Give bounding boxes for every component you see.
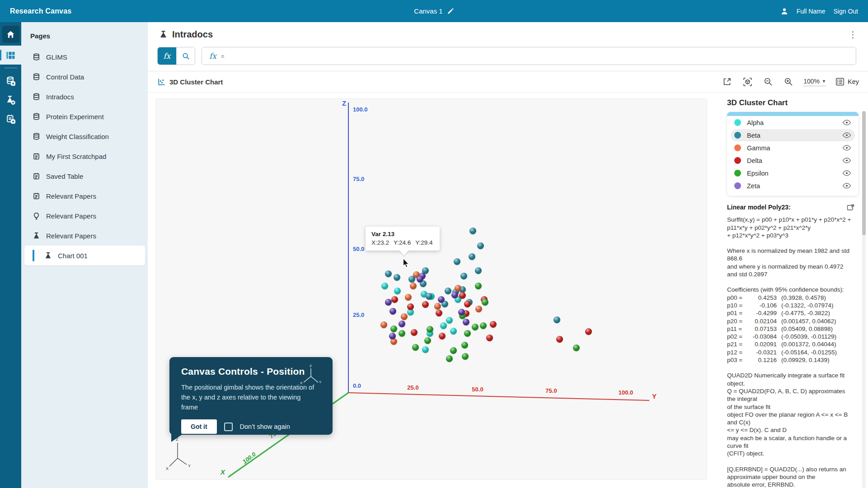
data-point-zeta[interactable] (463, 319, 469, 325)
sidebar-item-control-data[interactable]: Control Data (21, 67, 148, 87)
legend-row-alpha[interactable]: Alpha (731, 116, 855, 129)
rail-item-add-experiment[interactable] (0, 90, 21, 109)
visibility-eye-icon[interactable] (842, 170, 851, 176)
data-point-delta[interactable] (490, 321, 497, 328)
data-point-zeta[interactable] (417, 276, 423, 283)
reset-view-button[interactable] (742, 76, 753, 88)
data-point-delta[interactable] (556, 336, 563, 343)
data-point-alpha[interactable] (394, 288, 401, 294)
data-point-epsilon[interactable] (475, 283, 482, 289)
data-point-beta[interactable] (426, 293, 432, 300)
sidebar-item-protein-experiment[interactable]: Protein Experiment (21, 107, 148, 126)
data-point-beta[interactable] (475, 267, 482, 274)
data-point-beta[interactable] (445, 288, 451, 294)
visibility-eye-icon[interactable] (842, 132, 851, 138)
data-point-zeta[interactable] (451, 292, 458, 298)
data-point-epsilon[interactable] (446, 355, 453, 362)
sidebar-item-intradocs[interactable]: Intradocs (21, 87, 148, 107)
rail-item-add-database[interactable] (0, 71, 21, 90)
data-point-gamma[interactable] (410, 283, 417, 289)
data-point-alpha[interactable] (440, 322, 447, 329)
data-point-epsilon[interactable] (399, 330, 405, 337)
data-point-delta[interactable] (407, 303, 414, 310)
data-point-gamma[interactable] (380, 321, 387, 328)
data-point-gamma[interactable] (475, 306, 482, 312)
data-point-beta[interactable] (554, 316, 560, 323)
visibility-eye-icon[interactable] (842, 183, 851, 189)
data-point-alpha[interactable] (446, 317, 453, 324)
data-point-epsilon[interactable] (472, 324, 479, 330)
user-icon[interactable] (780, 7, 788, 15)
data-point-alpha[interactable] (381, 283, 388, 289)
rail-item-home[interactable] (2, 26, 19, 43)
data-point-delta[interactable] (459, 292, 466, 299)
key-toggle-button[interactable]: Key (835, 78, 859, 86)
data-point-zeta[interactable] (389, 333, 396, 339)
legend-row-gamma[interactable]: Gamma (731, 142, 855, 154)
data-point-delta[interactable] (436, 310, 442, 316)
data-point-delta[interactable] (391, 296, 398, 303)
data-point-gamma[interactable] (405, 294, 412, 301)
sidebar-item-relevant-papers[interactable]: Relevant Papers (21, 226, 148, 246)
data-point-epsilon[interactable] (424, 337, 431, 344)
data-point-delta[interactable] (486, 335, 493, 341)
legend-row-zeta[interactable]: Zeta (731, 180, 855, 192)
expand-button[interactable] (722, 76, 732, 87)
data-point-epsilon[interactable] (480, 322, 487, 329)
data-point-delta[interactable] (585, 328, 592, 335)
data-point-zeta[interactable] (438, 296, 445, 303)
rail-item-pages[interactable] (0, 46, 21, 65)
open-in-new-icon[interactable] (847, 204, 854, 211)
data-point-beta[interactable] (469, 253, 475, 260)
data-point-beta[interactable] (394, 274, 400, 281)
formula-input[interactable]: fx = (202, 47, 856, 65)
sign-out-link[interactable]: Sign Out (834, 8, 858, 15)
sidebar-item-relevant-papers[interactable]: Relevant Papers (21, 186, 148, 206)
sidebar-item-weight-classification[interactable]: Weight Classification (21, 126, 148, 146)
zoom-out-button[interactable] (763, 76, 774, 87)
visibility-eye-icon[interactable] (842, 145, 851, 151)
rail-item-add-notes[interactable] (0, 109, 21, 128)
data-point-alpha[interactable] (422, 346, 429, 353)
sidebar-item-relevant-papers[interactable]: Relevant Papers (21, 206, 148, 226)
sidebar-item-chart-001[interactable]: Chart 001 (24, 246, 145, 265)
data-point-epsilon[interactable] (573, 344, 580, 351)
legend-row-beta[interactable]: Beta (731, 129, 855, 141)
sidebar-item-glims[interactable]: GLIMS (21, 47, 148, 67)
data-point-epsilon[interactable] (462, 353, 469, 360)
data-point-beta[interactable] (477, 242, 484, 249)
data-point-beta[interactable] (385, 270, 392, 277)
data-point-epsilon[interactable] (412, 344, 419, 351)
visibility-eye-icon[interactable] (842, 158, 851, 163)
data-point-gamma[interactable] (455, 285, 461, 292)
data-point-zeta[interactable] (385, 299, 392, 306)
position-gimbal[interactable]: Z X Y (165, 437, 193, 481)
visibility-eye-icon[interactable] (842, 120, 851, 125)
data-point-beta[interactable] (454, 258, 460, 265)
data-point-zeta[interactable] (389, 308, 396, 315)
dont-show-again-checkbox[interactable] (224, 423, 233, 431)
data-point-epsilon[interactable] (450, 347, 457, 354)
sidebar-item-saved-table[interactable]: Saved Table (21, 166, 148, 186)
data-point-zeta[interactable] (458, 309, 465, 316)
data-point-epsilon[interactable] (390, 325, 397, 332)
data-point-beta[interactable] (469, 228, 476, 234)
data-point-gamma[interactable] (401, 313, 408, 320)
data-point-delta[interactable] (422, 301, 429, 308)
sidebar-item-my-first-scratchpad[interactable]: My First Scratchpad (21, 146, 148, 166)
data-point-gamma[interactable] (434, 303, 441, 310)
data-point-delta[interactable] (439, 333, 446, 339)
data-point-epsilon[interactable] (427, 326, 433, 333)
data-point-beta[interactable] (460, 273, 467, 279)
zoom-in-button[interactable] (783, 76, 794, 87)
search-button[interactable] (176, 47, 195, 65)
legend-row-epsilon[interactable]: Epsilon (731, 167, 855, 179)
data-point-alpha[interactable] (450, 328, 457, 335)
zoom-level-dropdown[interactable]: 100% ▼ (803, 78, 826, 86)
data-point-epsilon[interactable] (464, 330, 471, 337)
data-point-epsilon[interactable] (482, 299, 488, 306)
data-point-zeta[interactable] (399, 321, 405, 327)
formula-button[interactable]: fx (158, 47, 176, 65)
data-point-delta[interactable] (464, 301, 471, 307)
page-menu-button[interactable]: ⋮ (846, 28, 860, 41)
